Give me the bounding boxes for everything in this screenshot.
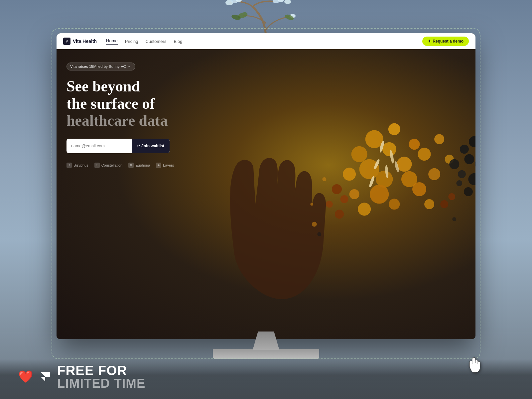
hero-title-muted: healthcare data [66, 112, 174, 129]
svg-point-66 [322, 177, 326, 181]
svg-point-22 [370, 185, 389, 203]
svg-point-11 [382, 142, 396, 156]
nav-customers[interactable]: Customers [146, 39, 167, 44]
svg-point-37 [469, 136, 475, 147]
svg-point-15 [397, 157, 412, 172]
monitor-stand [213, 332, 319, 359]
framer-icon [39, 371, 51, 383]
svg-point-12 [351, 146, 367, 162]
partner-layers: ◈ Layers [156, 163, 174, 168]
free-text: FREE FOR LIMITED TIME [57, 364, 145, 390]
navbar: V Vita Health Home Pricing Customers Blo… [57, 33, 475, 49]
stand-base [213, 349, 319, 359]
brand: V Vita Health [63, 38, 97, 45]
svg-point-13 [388, 123, 400, 135]
svg-point-5 [284, 0, 291, 4]
svg-marker-71 [41, 377, 45, 381]
join-button-label: ↵ Join waitlist [137, 144, 164, 148]
free-sub: LIMITED TIME [57, 377, 145, 390]
svg-point-47 [458, 170, 466, 178]
nav-home[interactable]: Home [106, 38, 118, 45]
brand-icon: V [63, 38, 70, 45]
svg-point-28 [358, 203, 371, 216]
join-waitlist-button[interactable]: ↵ Join waitlist [132, 139, 170, 153]
email-form: ↵ Join waitlist [66, 139, 170, 153]
constellation-icon: ✧ [94, 163, 100, 168]
svg-point-63 [452, 217, 456, 221]
partner-constellation: ✧ Constellation [94, 163, 123, 168]
svg-point-27 [389, 199, 400, 210]
cursor-hand [466, 356, 483, 374]
hero-title-line2: the surface of [66, 95, 174, 112]
nav-pricing[interactable]: Pricing [125, 39, 138, 44]
partner-euphoria: ❋ Euphoria [128, 163, 150, 168]
sparkle-icon: ✦ [428, 39, 431, 44]
announcement-badge[interactable]: Vita raises 15M led by Sunny VC → [66, 63, 135, 70]
svg-point-53 [456, 180, 462, 186]
svg-point-58 [440, 200, 448, 208]
svg-point-48 [449, 159, 459, 169]
brand-name: Vita Health [73, 39, 97, 44]
free-main: FREE FOR [57, 364, 145, 377]
layers-icon: ◈ [156, 163, 161, 168]
navbar-left: V Vita Health Home Pricing Customers Blo… [63, 38, 182, 45]
svg-point-61 [317, 232, 321, 236]
svg-point-52 [464, 187, 473, 196]
svg-point-55 [332, 184, 342, 194]
partner-sisyphus: ✦ Sisyphus [66, 163, 88, 168]
svg-point-18 [343, 168, 356, 181]
svg-point-16 [409, 139, 420, 150]
svg-point-36 [460, 145, 469, 154]
svg-point-26 [428, 168, 440, 180]
layers-label: Layers [163, 163, 174, 167]
svg-point-60 [312, 222, 317, 227]
euphoria-icon: ❋ [128, 163, 134, 168]
email-input[interactable] [66, 144, 132, 148]
svg-point-29 [424, 199, 434, 209]
particles-area [203, 49, 475, 339]
nav-links: Home Pricing Customers Blog [106, 38, 182, 45]
svg-point-59 [448, 193, 455, 200]
bottom-content: ❤️ FREE FOR LIMITED TIME [18, 364, 145, 390]
svg-point-21 [434, 134, 444, 144]
browser-window: V Vita Health Home Pricing Customers Blo… [57, 33, 475, 339]
svg-marker-70 [41, 372, 50, 377]
svg-point-46 [468, 173, 475, 185]
euphoria-label: Euphoria [135, 163, 150, 167]
svg-point-62 [310, 203, 313, 206]
nav-blog[interactable]: Blog [174, 39, 182, 44]
bottom-bar: ❤️ FREE FOR LIMITED TIME [0, 359, 532, 399]
svg-point-19 [418, 148, 431, 161]
svg-point-24 [412, 182, 426, 196]
svg-point-39 [464, 154, 474, 164]
stand-neck [253, 332, 279, 350]
heart-icon: ❤️ [18, 370, 33, 384]
hero-section: Vita raises 15M led by Sunny VC → See be… [57, 49, 475, 339]
hero-content: Vita raises 15M led by Sunny VC → See be… [66, 63, 174, 168]
svg-point-54 [340, 195, 348, 203]
partner-logos: ✦ Sisyphus ✧ Constellation ❋ Euphoria ◈ … [66, 163, 174, 168]
monitor-wrapper: V Vita Health Home Pricing Customers Blo… [52, 28, 480, 359]
svg-point-41 [475, 160, 475, 169]
svg-point-23 [349, 189, 359, 199]
hero-title-line1: See beyond [66, 78, 174, 95]
sisyphus-icon: ✦ [66, 163, 72, 168]
sisyphus-label: Sisyphus [73, 163, 88, 167]
svg-point-56 [326, 201, 333, 208]
request-demo-button[interactable]: ✦ Request a demo [422, 37, 469, 46]
constellation-label: Constellation [101, 163, 123, 167]
announcement-text: Vita raises 15M led by Sunny VC → [70, 65, 131, 68]
svg-point-57 [335, 210, 344, 219]
hero-title: See beyond the surface of [66, 78, 174, 112]
